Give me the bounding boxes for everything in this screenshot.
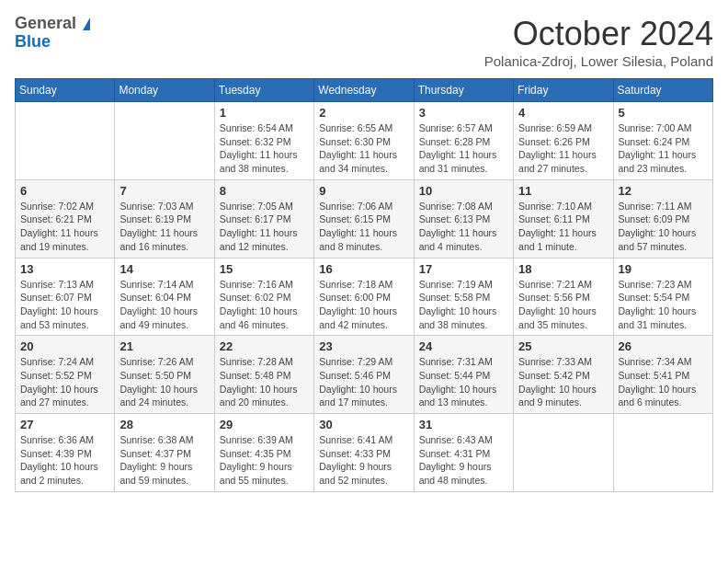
day-info: Sunrise: 7:02 AM Sunset: 6:21 PM Dayligh… (20, 200, 109, 254)
day-number: 31 (419, 418, 508, 431)
logo-blue: Blue (15, 32, 51, 51)
dow-header: Friday (514, 79, 613, 102)
calendar-cell: 15Sunrise: 7:16 AM Sunset: 6:02 PM Dayli… (214, 258, 313, 336)
calendar-cell: 21Sunrise: 7:26 AM Sunset: 5:50 PM Dayli… (115, 336, 214, 414)
calendar-cell: 12Sunrise: 7:11 AM Sunset: 6:09 PM Dayli… (613, 179, 712, 258)
dow-header: Thursday (414, 79, 513, 102)
day-info: Sunrise: 7:10 AM Sunset: 6:11 PM Dayligh… (518, 200, 608, 254)
calendar-cell: 31Sunrise: 6:43 AM Sunset: 4:31 PM Dayli… (414, 414, 513, 492)
day-number: 7 (119, 184, 209, 198)
day-info: Sunrise: 6:41 AM Sunset: 4:33 PM Dayligh… (319, 433, 408, 488)
logo: General Blue (15, 15, 90, 52)
day-info: Sunrise: 7:06 AM Sunset: 6:15 PM Dayligh… (319, 200, 408, 254)
day-number: 19 (619, 262, 708, 276)
day-info: Sunrise: 7:29 AM Sunset: 5:46 PM Dayligh… (319, 355, 408, 409)
dow-header: Saturday (613, 79, 712, 102)
calendar-cell: 11Sunrise: 7:10 AM Sunset: 6:11 PM Dayli… (514, 179, 613, 258)
day-number: 5 (619, 106, 708, 120)
calendar-cell (613, 414, 712, 492)
day-info: Sunrise: 7:13 AM Sunset: 6:07 PM Dayligh… (20, 278, 109, 332)
calendar-cell: 13Sunrise: 7:13 AM Sunset: 6:07 PM Dayli… (16, 258, 115, 336)
calendar-cell: 8Sunrise: 7:05 AM Sunset: 6:17 PM Daylig… (214, 179, 313, 258)
day-info: Sunrise: 6:55 AM Sunset: 6:30 PM Dayligh… (319, 121, 408, 176)
day-number: 6 (20, 184, 109, 198)
logo-general: General (15, 14, 76, 32)
day-number: 17 (419, 262, 508, 276)
day-info: Sunrise: 7:28 AM Sunset: 5:48 PM Dayligh… (220, 355, 309, 409)
day-info: Sunrise: 7:26 AM Sunset: 5:50 PM Dayligh… (119, 355, 209, 409)
day-number: 12 (619, 184, 708, 198)
day-number: 16 (319, 262, 408, 276)
day-number: 24 (419, 339, 508, 353)
day-info: Sunrise: 7:11 AM Sunset: 6:09 PM Dayligh… (619, 200, 708, 254)
day-info: Sunrise: 7:21 AM Sunset: 5:56 PM Dayligh… (518, 278, 608, 332)
day-number: 8 (220, 184, 309, 198)
day-number: 11 (518, 184, 608, 198)
dow-header: Monday (115, 79, 214, 102)
day-info: Sunrise: 6:39 AM Sunset: 4:35 PM Dayligh… (220, 433, 309, 488)
day-number: 18 (518, 262, 608, 276)
day-number: 14 (119, 262, 209, 276)
day-number: 1 (220, 106, 309, 120)
day-info: Sunrise: 7:14 AM Sunset: 6:04 PM Dayligh… (119, 278, 209, 332)
calendar-cell (115, 102, 214, 180)
day-number: 26 (619, 339, 708, 353)
month-title: October 2024 (484, 15, 713, 53)
dow-header: Sunday (16, 79, 115, 102)
day-info: Sunrise: 7:05 AM Sunset: 6:17 PM Dayligh… (220, 200, 309, 254)
calendar-cell: 2Sunrise: 6:55 AM Sunset: 6:30 PM Daylig… (314, 102, 414, 180)
calendar-cell: 24Sunrise: 7:31 AM Sunset: 5:44 PM Dayli… (414, 336, 513, 414)
calendar-cell: 18Sunrise: 7:21 AM Sunset: 5:56 PM Dayli… (514, 258, 613, 336)
calendar-cell: 6Sunrise: 7:02 AM Sunset: 6:21 PM Daylig… (16, 179, 115, 258)
day-number: 4 (518, 106, 608, 120)
page-header: General Blue October 2024 Polanica-Zdroj… (15, 15, 713, 69)
day-info: Sunrise: 7:18 AM Sunset: 6:00 PM Dayligh… (319, 278, 408, 332)
day-info: Sunrise: 6:38 AM Sunset: 4:37 PM Dayligh… (119, 433, 209, 488)
calendar-cell: 7Sunrise: 7:03 AM Sunset: 6:19 PM Daylig… (115, 179, 214, 258)
calendar-cell: 25Sunrise: 7:33 AM Sunset: 5:42 PM Dayli… (514, 336, 613, 414)
day-number: 30 (319, 418, 408, 431)
day-info: Sunrise: 7:00 AM Sunset: 6:24 PM Dayligh… (619, 121, 708, 176)
day-info: Sunrise: 7:08 AM Sunset: 6:13 PM Dayligh… (419, 200, 508, 254)
day-number: 9 (319, 184, 408, 198)
day-number: 21 (119, 339, 209, 353)
day-number: 23 (319, 339, 408, 353)
day-number: 29 (220, 418, 309, 431)
dow-header: Wednesday (314, 79, 414, 102)
calendar-cell: 10Sunrise: 7:08 AM Sunset: 6:13 PM Dayli… (414, 179, 513, 258)
day-number: 20 (20, 339, 109, 353)
calendar-cell (16, 102, 115, 180)
subtitle: Polanica-Zdroj, Lower Silesia, Poland (484, 53, 713, 69)
calendar-cell (514, 414, 613, 492)
calendar-cell: 16Sunrise: 7:18 AM Sunset: 6:00 PM Dayli… (314, 258, 414, 336)
calendar-cell: 17Sunrise: 7:19 AM Sunset: 5:58 PM Dayli… (414, 258, 513, 336)
calendar-cell: 30Sunrise: 6:41 AM Sunset: 4:33 PM Dayli… (314, 414, 414, 492)
day-info: Sunrise: 7:33 AM Sunset: 5:42 PM Dayligh… (518, 355, 608, 409)
day-number: 25 (518, 339, 608, 353)
day-info: Sunrise: 7:23 AM Sunset: 5:54 PM Dayligh… (619, 278, 708, 332)
day-number: 22 (220, 339, 309, 353)
calendar-cell: 22Sunrise: 7:28 AM Sunset: 5:48 PM Dayli… (214, 336, 313, 414)
day-number: 13 (20, 262, 109, 276)
calendar-cell: 3Sunrise: 6:57 AM Sunset: 6:28 PM Daylig… (414, 102, 513, 180)
day-info: Sunrise: 6:36 AM Sunset: 4:39 PM Dayligh… (20, 433, 109, 488)
day-info: Sunrise: 6:54 AM Sunset: 6:32 PM Dayligh… (220, 121, 309, 176)
calendar-cell: 9Sunrise: 7:06 AM Sunset: 6:15 PM Daylig… (314, 179, 414, 258)
calendar-cell: 1Sunrise: 6:54 AM Sunset: 6:32 PM Daylig… (214, 102, 313, 180)
day-info: Sunrise: 7:16 AM Sunset: 6:02 PM Dayligh… (220, 278, 309, 332)
day-number: 27 (20, 418, 109, 431)
dow-header: Tuesday (214, 79, 313, 102)
day-info: Sunrise: 7:19 AM Sunset: 5:58 PM Dayligh… (419, 278, 508, 332)
calendar-cell: 19Sunrise: 7:23 AM Sunset: 5:54 PM Dayli… (613, 258, 712, 336)
day-number: 15 (220, 262, 309, 276)
day-info: Sunrise: 7:03 AM Sunset: 6:19 PM Dayligh… (119, 200, 209, 254)
day-info: Sunrise: 6:43 AM Sunset: 4:31 PM Dayligh… (419, 433, 508, 488)
calendar-cell: 26Sunrise: 7:34 AM Sunset: 5:41 PM Dayli… (613, 336, 712, 414)
day-info: Sunrise: 7:34 AM Sunset: 5:41 PM Dayligh… (619, 355, 708, 409)
calendar-cell: 5Sunrise: 7:00 AM Sunset: 6:24 PM Daylig… (613, 102, 712, 180)
day-number: 2 (319, 106, 408, 120)
day-info: Sunrise: 7:24 AM Sunset: 5:52 PM Dayligh… (20, 355, 109, 409)
day-number: 28 (119, 418, 209, 431)
calendar-cell: 14Sunrise: 7:14 AM Sunset: 6:04 PM Dayli… (115, 258, 214, 336)
calendar-table: SundayMondayTuesdayWednesdayThursdayFrid… (15, 78, 713, 492)
